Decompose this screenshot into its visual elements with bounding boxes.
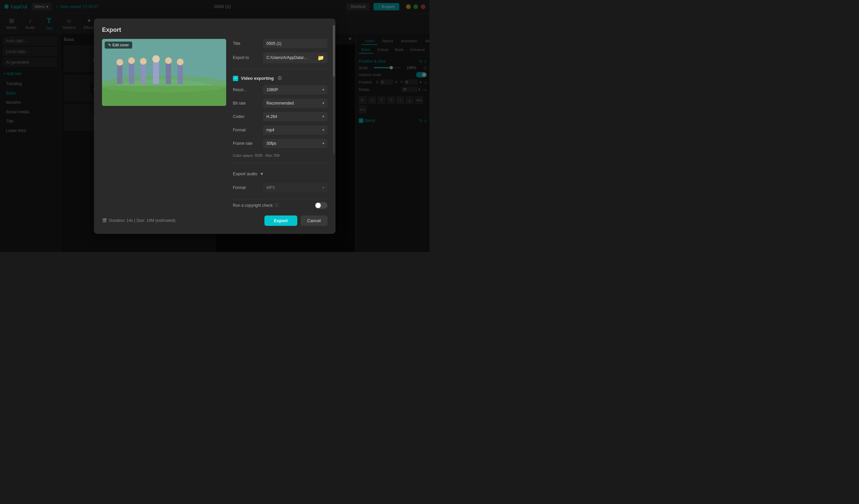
copyright-row: Run a copyright check ⓘ — [233, 199, 328, 209]
format-value: mp4 — [267, 128, 274, 132]
codec-label: Codec — [233, 114, 260, 119]
framerate-select[interactable]: 30fps ▾ — [263, 139, 328, 148]
resolution-row: Resol... 1080P ▾ — [233, 85, 328, 95]
bitrate-label: Bit rate — [233, 101, 260, 106]
copyright-toggle[interactable] — [315, 202, 328, 209]
export-to-field[interactable]: C:/Users/A/AppData/... 📁 — [263, 52, 328, 63]
color-space-info: Color space: SDR - Rec.709 — [233, 154, 328, 157]
resolution-select[interactable]: 1080P ▾ — [263, 85, 328, 95]
codec-value: H.264 — [267, 114, 277, 119]
audio-section-label: Export audio — [233, 171, 257, 176]
export-modal-label: Export — [274, 218, 288, 223]
video-check-box[interactable]: ✓ — [233, 76, 238, 81]
svg-point-29 — [177, 59, 183, 65]
bitrate-chevron: ▾ — [322, 101, 324, 105]
audio-format-row: Format MP3 ▾ — [233, 183, 328, 192]
cancel-modal-button[interactable]: Cancel — [301, 216, 328, 226]
export-modal: Export — [94, 18, 335, 234]
divider-2 — [233, 163, 328, 163]
svg-point-19 — [117, 59, 123, 66]
svg-point-27 — [165, 57, 172, 64]
copyright-label: Run a copyright check ⓘ — [233, 202, 278, 208]
edit-cover-label: Edit cover — [112, 43, 129, 47]
svg-rect-20 — [129, 62, 134, 84]
video-exporting-label: Video exporting — [241, 76, 274, 81]
resolution-chevron: ▾ — [322, 88, 324, 92]
modal-preview: ✎ Edit cover — [102, 39, 226, 209]
format-select[interactable]: mp4 ▾ — [263, 125, 328, 135]
codec-row: Codec H.264 ▾ — [233, 112, 328, 121]
audio-format-select[interactable]: MP3 ▾ — [263, 183, 328, 192]
format-label: Format — [233, 128, 260, 132]
duration-text: Duration: 14s | Size: 14M (estimated) — [109, 218, 176, 223]
preview-svg — [102, 39, 226, 106]
title-form-label: Title — [233, 41, 260, 46]
video-info-icon: ⓘ — [278, 76, 282, 81]
svg-rect-22 — [140, 63, 146, 84]
folder-icon[interactable]: 📁 — [317, 54, 324, 61]
title-input[interactable] — [263, 39, 328, 48]
export-modal-button[interactable]: Export — [265, 216, 297, 226]
bitrate-row: Bit rate Recommended ▾ — [233, 98, 328, 108]
framerate-label: Frame rate — [233, 141, 260, 146]
svg-rect-26 — [166, 62, 171, 84]
codec-select[interactable]: H.264 ▾ — [263, 112, 328, 121]
video-exporting-header: ✓ Video exporting ⓘ — [233, 76, 328, 81]
modal-overlay: Export — [0, 0, 430, 252]
modal-scrollbar[interactable] — [333, 25, 335, 155]
svg-rect-28 — [178, 64, 183, 84]
preview-image: ✎ Edit cover — [102, 39, 226, 106]
audio-format-chevron: ▾ — [322, 186, 324, 189]
codec-chevron: ▾ — [322, 115, 324, 118]
audio-format-value: MP3 — [267, 185, 275, 190]
framerate-value: 30fps — [267, 141, 276, 146]
audio-section-header[interactable]: Export audio ▾ — [233, 171, 328, 176]
scrollbar-thumb — [333, 25, 335, 77]
edit-cover-button[interactable]: ✎ Edit cover — [105, 42, 132, 49]
resolution-value: 1080P — [267, 88, 278, 92]
export-path-text: C:/Users/A/AppData/... — [267, 55, 307, 60]
svg-point-21 — [128, 57, 135, 64]
copyright-label-text: Run a copyright check — [233, 203, 273, 208]
audio-chevron: ▾ — [261, 171, 263, 176]
copyright-info-icon: ⓘ — [274, 202, 278, 208]
export-to-form-label: Export to — [233, 55, 260, 60]
modal-title: Export — [102, 27, 328, 33]
bitrate-select[interactable]: Recommended ▾ — [263, 98, 328, 108]
svg-rect-24 — [153, 61, 159, 84]
bitrate-value: Recommended — [267, 101, 293, 106]
cancel-modal-label: Cancel — [307, 218, 321, 223]
svg-rect-18 — [117, 64, 122, 84]
title-row: Title — [233, 39, 328, 48]
svg-point-23 — [140, 58, 147, 65]
export-to-row: Export to C:/Users/A/AppData/... 📁 — [233, 52, 328, 63]
resolution-label: Resol... — [233, 88, 260, 92]
modal-form: Title Export to C:/Users/A/AppData/... 📁… — [233, 39, 328, 209]
svg-point-25 — [152, 55, 160, 63]
divider-1 — [233, 69, 328, 69]
footer-buttons: Export Cancel — [265, 216, 328, 226]
audio-format-label: Format — [233, 185, 260, 190]
framerate-row: Frame rate 30fps ▾ — [233, 139, 328, 148]
framerate-chevron: ▾ — [322, 141, 324, 145]
film-icon: 🎬 — [102, 218, 107, 223]
format-row: Format mp4 ▾ — [233, 125, 328, 135]
duration-info: 🎬 Duration: 14s | Size: 14M (estimated) — [102, 218, 176, 223]
edit-icon: ✎ — [108, 43, 111, 47]
modal-body: ✎ Edit cover Title Export to C:/Users/A/… — [102, 39, 328, 209]
modal-footer: 🎬 Duration: 14s | Size: 14M (estimated) … — [102, 216, 328, 226]
format-chevron: ▾ — [322, 128, 324, 132]
